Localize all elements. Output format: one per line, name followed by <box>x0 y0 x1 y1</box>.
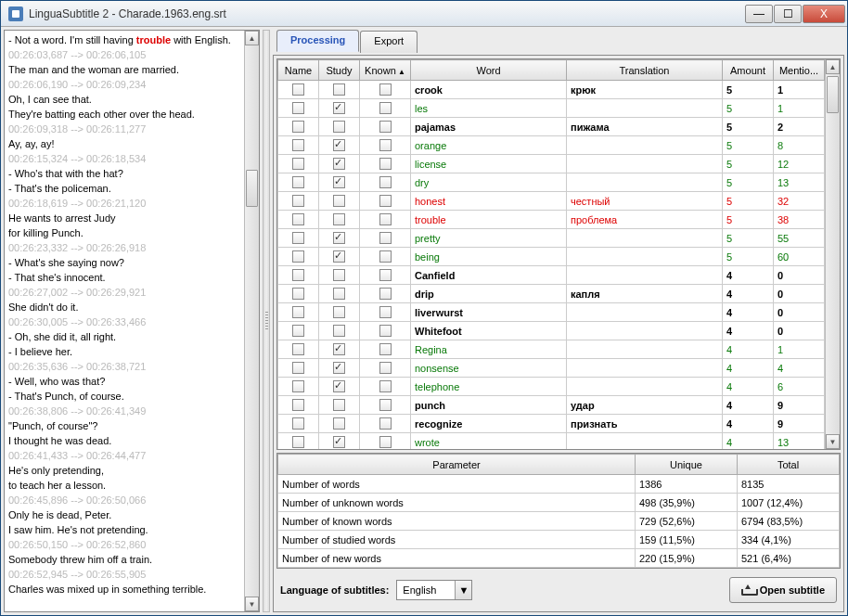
cell-name[interactable] <box>278 118 319 136</box>
checkbox[interactable] <box>292 380 304 392</box>
cell-known[interactable] <box>360 155 411 173</box>
cell-name[interactable] <box>278 155 319 173</box>
checkbox[interactable] <box>292 436 304 448</box>
table-row[interactable]: honestчестный532 <box>278 192 825 211</box>
cell-study[interactable] <box>319 415 360 433</box>
close-button[interactable]: X <box>803 5 845 23</box>
cell-study[interactable] <box>319 99 360 118</box>
cell-name[interactable] <box>278 285 319 303</box>
table-row[interactable]: Regina41 <box>278 340 825 359</box>
cell-known[interactable] <box>360 211 411 229</box>
cell-name[interactable] <box>278 173 319 192</box>
checkbox[interactable] <box>292 399 304 411</box>
cell-study[interactable] <box>319 303 360 322</box>
cell-name[interactable] <box>278 192 319 211</box>
cell-translation[interactable]: пижама <box>567 118 723 136</box>
cell-translation[interactable] <box>567 155 723 173</box>
checkbox[interactable] <box>292 139 304 151</box>
scroll-down-button[interactable]: ▼ <box>245 597 259 611</box>
checkbox[interactable] <box>333 195 345 207</box>
checkbox[interactable] <box>333 250 345 263</box>
checkbox[interactable] <box>379 399 392 411</box>
checkbox[interactable] <box>379 121 392 133</box>
col-mentio[interactable]: Mentio... <box>774 60 825 81</box>
cell-translation[interactable] <box>567 229 723 248</box>
cell-translation[interactable] <box>567 136 723 155</box>
cell-name[interactable] <box>278 266 319 285</box>
checkbox[interactable] <box>379 325 392 337</box>
checkbox[interactable] <box>333 399 345 411</box>
checkbox[interactable] <box>379 343 392 355</box>
language-select[interactable]: English ▼ <box>396 580 472 600</box>
subtitle-text-area[interactable]: - Not a word. I'm still having trouble w… <box>5 31 244 611</box>
cell-known[interactable] <box>360 378 411 396</box>
cell-study[interactable] <box>319 192 360 211</box>
cell-translation[interactable] <box>567 248 723 266</box>
cell-translation[interactable]: признать <box>567 415 723 433</box>
cell-known[interactable] <box>360 118 411 136</box>
cell-word[interactable]: pajamas <box>411 118 567 136</box>
checkbox[interactable] <box>379 380 392 392</box>
checkbox[interactable] <box>292 325 304 337</box>
checkbox[interactable] <box>292 158 304 170</box>
cell-study[interactable] <box>319 229 360 248</box>
cell-known[interactable] <box>360 229 411 248</box>
table-row[interactable]: Canfield40 <box>278 266 825 285</box>
cell-name[interactable] <box>278 248 319 266</box>
checkbox[interactable] <box>333 121 345 133</box>
open-subtitle-button[interactable]: Open subtitle <box>729 577 837 603</box>
checkbox[interactable] <box>333 158 345 170</box>
table-row[interactable]: license512 <box>278 155 825 173</box>
table-row[interactable]: wrote413 <box>278 433 825 450</box>
checkbox[interactable] <box>379 269 392 281</box>
cell-known[interactable] <box>360 359 411 378</box>
cell-word[interactable]: license <box>411 155 567 173</box>
table-row[interactable]: pretty555 <box>278 229 825 248</box>
checkbox[interactable] <box>292 232 304 244</box>
cell-known[interactable] <box>360 248 411 266</box>
table-row[interactable]: pajamasпижама52 <box>278 118 825 136</box>
cell-name[interactable] <box>278 211 319 229</box>
col-translation[interactable]: Translation <box>567 60 723 81</box>
table-row[interactable]: Whitefoot40 <box>278 322 825 340</box>
maximize-button[interactable]: ☐ <box>774 5 802 23</box>
cell-word[interactable]: Canfield <box>411 266 567 285</box>
cell-study[interactable] <box>319 266 360 285</box>
table-scroll-up[interactable]: ▲ <box>826 59 840 74</box>
cell-study[interactable] <box>319 433 360 450</box>
checkbox[interactable] <box>333 417 345 430</box>
cell-known[interactable] <box>360 81 411 99</box>
cell-study[interactable] <box>319 248 360 266</box>
checkbox[interactable] <box>379 250 392 263</box>
cell-translation[interactable]: проблема <box>567 211 723 229</box>
cell-word[interactable]: telephone <box>411 378 567 396</box>
cell-word[interactable]: drip <box>411 285 567 303</box>
table-row[interactable]: being560 <box>278 248 825 266</box>
cell-study[interactable] <box>319 211 360 229</box>
checkbox[interactable] <box>379 362 392 374</box>
checkbox[interactable] <box>292 269 304 281</box>
cell-name[interactable] <box>278 322 319 340</box>
checkbox[interactable] <box>292 83 304 96</box>
cell-translation[interactable] <box>567 173 723 192</box>
cell-name[interactable] <box>278 136 319 155</box>
table-row[interactable]: liverwurst40 <box>278 303 825 322</box>
checkbox[interactable] <box>333 176 345 188</box>
split-handle[interactable] <box>263 30 270 612</box>
col-unique[interactable]: Unique <box>636 455 738 475</box>
cell-word[interactable]: pretty <box>411 229 567 248</box>
cell-study[interactable] <box>319 285 360 303</box>
checkbox[interactable] <box>333 102 345 114</box>
cell-name[interactable] <box>278 99 319 118</box>
cell-known[interactable] <box>360 396 411 415</box>
cell-study[interactable] <box>319 322 360 340</box>
checkbox[interactable] <box>379 158 392 170</box>
cell-study[interactable] <box>319 396 360 415</box>
cell-translation[interactable]: капля <box>567 285 723 303</box>
checkbox[interactable] <box>379 139 392 151</box>
checkbox[interactable] <box>379 288 392 300</box>
checkbox[interactable] <box>333 306 345 318</box>
cell-word[interactable]: les <box>411 99 567 118</box>
cell-study[interactable] <box>319 155 360 173</box>
cell-study[interactable] <box>319 136 360 155</box>
